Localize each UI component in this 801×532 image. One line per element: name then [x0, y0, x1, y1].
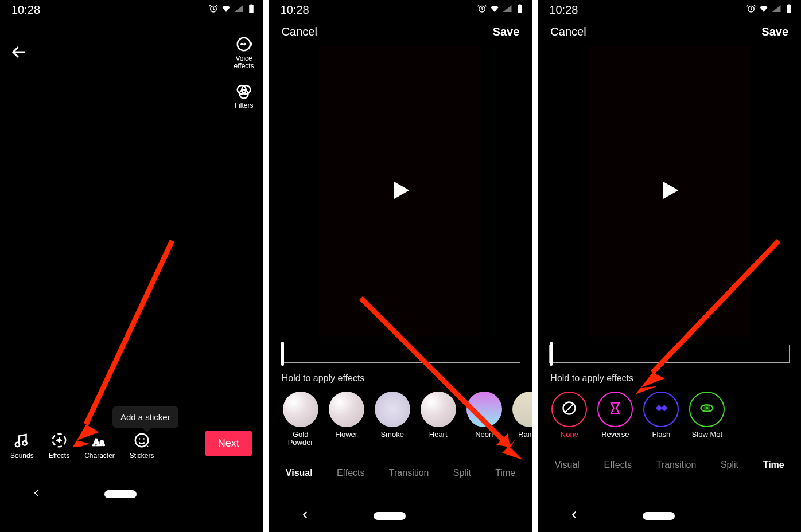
android-navbar	[538, 500, 801, 532]
svg-point-9	[15, 443, 20, 447]
next-button[interactable]: Next	[205, 431, 252, 456]
tab-effects[interactable]: Effects	[337, 468, 365, 478]
back-button[interactable]	[10, 44, 28, 63]
tab-visual[interactable]: Visual	[286, 468, 313, 478]
video-preview[interactable]	[319, 46, 482, 337]
nav-back-icon[interactable]	[300, 510, 310, 522]
svg-rect-2	[250, 4, 252, 5]
effect-thumb	[466, 392, 502, 427]
effect-slow-motion[interactable]: Slow Mot	[688, 392, 726, 439]
svg-line-18	[86, 241, 172, 424]
tab-transition[interactable]: Transition	[656, 460, 697, 470]
effect-heart[interactable]: Heart	[419, 392, 457, 447]
effects-button[interactable]: Effects	[49, 432, 69, 460]
svg-rect-31	[788, 4, 790, 5]
effect-thumb	[283, 392, 318, 427]
status-time: 10:28	[549, 3, 578, 17]
android-navbar	[0, 478, 263, 510]
tab-transition[interactable]: Transition	[389, 468, 429, 478]
svg-point-10	[23, 441, 28, 445]
filters-label: Filters	[235, 102, 254, 109]
effect-label: Flash	[652, 431, 670, 439]
effect-thumb	[375, 392, 410, 427]
signal-icon	[771, 3, 781, 17]
screen-editor: 10:28 Voice effects Filters Add a sticke…	[0, 0, 263, 532]
tab-effects[interactable]: Effects	[604, 460, 632, 470]
play-icon[interactable]	[387, 177, 414, 206]
tab-visual[interactable]: Visual	[555, 460, 580, 470]
svg-point-36	[706, 406, 709, 409]
svg-rect-1	[249, 5, 254, 13]
status-time: 10:28	[281, 3, 309, 17]
svg-text:a: a	[100, 439, 104, 447]
alarm-icon	[477, 3, 487, 17]
status-bar: 10:28	[0, 0, 263, 17]
effect-rainbow[interactable]: Rainbo	[511, 392, 532, 447]
effect-label: Smoke	[380, 431, 403, 439]
timeline[interactable]	[281, 345, 521, 363]
cancel-button[interactable]: Cancel	[550, 25, 586, 38]
save-button[interactable]: Save	[493, 25, 520, 38]
svg-point-12	[57, 439, 61, 442]
effect-label: Slow Mot	[692, 431, 722, 439]
character-button[interactable]: Aa Character	[84, 432, 115, 460]
nav-home-icon[interactable]	[643, 512, 675, 520]
effect-gold-powder[interactable]: Gold Powder	[282, 392, 320, 447]
voice-effects-button[interactable]: Voice effects	[234, 36, 254, 70]
effect-label: Reverse	[601, 431, 629, 439]
screen-effects-time: 10:28 Cancel Save Hold to apply effects …	[538, 0, 801, 532]
play-icon[interactable]	[656, 177, 683, 206]
screen-effects-visual: 10:28 Cancel Save Hold to apply effects …	[269, 0, 532, 532]
nav-back-icon[interactable]	[32, 488, 42, 500]
tab-time[interactable]: Time	[763, 460, 784, 470]
alarm-icon	[746, 3, 756, 17]
character-label: Character	[84, 452, 115, 460]
effect-label: Rainbo	[518, 431, 532, 439]
cancel-button[interactable]: Cancel	[282, 25, 317, 38]
flash-icon	[643, 392, 679, 427]
svg-text:A: A	[92, 436, 100, 448]
effect-flower[interactable]: Flower	[328, 392, 365, 447]
apply-hint: Hold to apply effects	[538, 363, 801, 387]
tab-split[interactable]: Split	[721, 460, 738, 470]
sounds-label: Sounds	[10, 452, 34, 460]
effect-label: None	[561, 431, 578, 439]
wifi-icon	[489, 3, 500, 17]
video-preview[interactable]	[588, 46, 751, 337]
nav-back-icon[interactable]	[569, 510, 580, 522]
playhead[interactable]	[281, 342, 284, 366]
nav-home-icon[interactable]	[104, 490, 137, 498]
alarm-icon	[208, 3, 219, 17]
battery-icon	[515, 3, 525, 17]
svg-point-17	[143, 438, 145, 440]
effect-neon[interactable]: Neon	[465, 392, 503, 447]
status-icons	[208, 3, 256, 17]
effect-reverse[interactable]: Reverse	[596, 392, 634, 439]
playhead[interactable]	[550, 342, 553, 366]
tab-split[interactable]: Split	[453, 468, 471, 478]
filters-button[interactable]: Filters	[235, 83, 254, 109]
voice-effects-label: Voice effects	[234, 55, 254, 70]
effect-label: Gold Powder	[288, 431, 313, 447]
apply-hint: Hold to apply effects	[269, 363, 532, 387]
status-icons	[746, 3, 794, 17]
status-icons	[477, 3, 525, 17]
effect-smoke[interactable]: Smoke	[374, 392, 411, 447]
svg-line-33	[565, 404, 573, 412]
stickers-button[interactable]: Stickers	[130, 432, 154, 460]
svg-rect-24	[518, 5, 523, 13]
status-bar: 10:28	[269, 0, 532, 17]
reverse-icon	[597, 392, 633, 427]
android-navbar	[269, 500, 532, 532]
effect-flash[interactable]: Flash	[642, 392, 680, 439]
effect-thumb	[421, 392, 456, 427]
timeline[interactable]	[549, 345, 790, 363]
tab-time[interactable]: Time	[495, 468, 515, 478]
stickers-label: Stickers	[130, 452, 154, 460]
status-bar: 10:28	[538, 0, 801, 17]
sounds-button[interactable]: Sounds	[10, 432, 34, 460]
save-button[interactable]: Save	[761, 25, 788, 38]
nav-home-icon[interactable]	[374, 512, 406, 520]
effect-label: Flower	[335, 431, 357, 439]
effect-none[interactable]: None	[550, 392, 588, 439]
